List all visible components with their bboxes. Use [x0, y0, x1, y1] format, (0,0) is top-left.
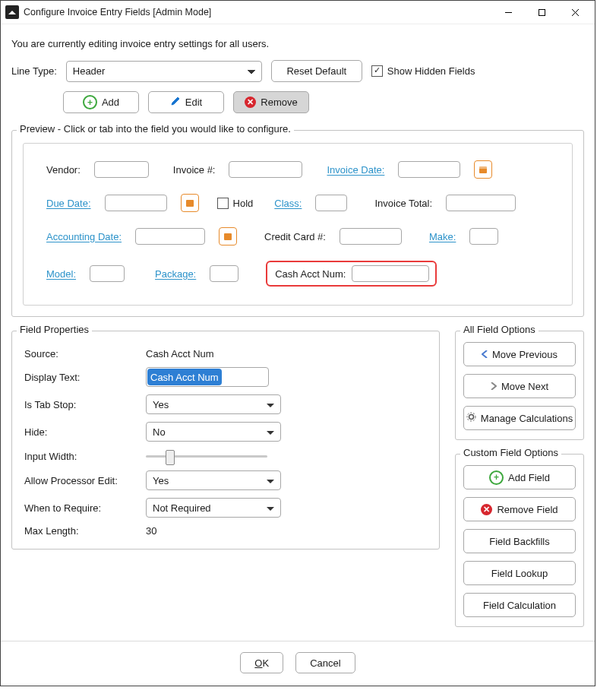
configure-invoice-fields-window: Configure Invoice Entry Fields [Admin Mo… — [0, 0, 595, 686]
invoice-date-input[interactable] — [398, 161, 460, 178]
edit-button[interactable]: Edit — [148, 91, 224, 113]
package-label[interactable]: Package: — [155, 268, 196, 280]
preview-fieldset: Preview - Click or tab into the field yo… — [11, 130, 584, 317]
side-column: All Field Options Move Previous Move Nex… — [455, 331, 584, 627]
preview-inner: Vendor: Invoice #: Invoice Date: Due Dat… — [23, 143, 573, 306]
notice-text: You are currently editing invoice entry … — [11, 38, 584, 49]
cash-acct-num-input[interactable] — [352, 265, 429, 282]
invoice-num-label: Invoice #: — [173, 164, 216, 176]
slider-thumb[interactable] — [166, 450, 175, 465]
slider-track — [146, 455, 267, 458]
accounting-date-input[interactable] — [135, 228, 205, 245]
is-tab-stop-dropdown[interactable]: Yes — [146, 394, 281, 414]
invoice-total-input[interactable] — [446, 195, 516, 211]
credit-card-label: Credit Card #: — [264, 231, 326, 242]
all-field-options-fieldset: All Field Options Move Previous Move Nex… — [455, 331, 584, 440]
x-icon: ✕ — [245, 97, 256, 108]
vendor-input[interactable] — [94, 161, 149, 178]
accounting-date-calendar-button[interactable] — [219, 227, 237, 245]
minimize-button[interactable] — [491, 1, 525, 24]
accounting-date-label[interactable]: Accounting Date: — [46, 231, 122, 242]
invoice-total-label: Invoice Total: — [374, 198, 432, 209]
line-type-dropdown[interactable]: Header — [66, 61, 262, 82]
field-properties-fieldset: Field Properties Source: Cash Acct Num D… — [11, 331, 440, 550]
display-text-input[interactable]: Cash Acct Num — [146, 367, 269, 387]
ok-button[interactable]: OK — [240, 652, 283, 673]
when-to-require-dropdown[interactable]: Not Required — [146, 498, 281, 518]
svg-rect-5 — [479, 166, 487, 169]
class-label[interactable]: Class: — [274, 198, 302, 209]
field-properties-legend: Field Properties — [17, 324, 92, 335]
reset-default-button[interactable]: Reset Default — [271, 60, 362, 82]
cash-acct-num-field-selected[interactable]: Cash Acct Num: — [266, 261, 437, 287]
display-text-label: Display Text: — [24, 372, 146, 383]
max-length-label: Max Length: — [24, 525, 146, 537]
invoice-date-label[interactable]: Invoice Date: — [327, 164, 384, 176]
input-width-label: Input Width: — [24, 451, 146, 462]
plus-icon: + — [489, 470, 504, 485]
field-lookup-button[interactable]: Field Lookup — [463, 561, 576, 585]
remove-field-button[interactable]: ✕ Remove Field — [463, 497, 576, 521]
move-previous-button[interactable]: Move Previous — [463, 342, 576, 366]
checkbox-icon — [217, 198, 229, 209]
svg-rect-1 — [539, 9, 545, 15]
add-button[interactable]: + Add — [63, 91, 139, 113]
hide-label: Hide: — [24, 426, 146, 438]
toolbar-row: + Add Edit ✕ Remove — [63, 91, 584, 113]
line-type-row: Line Type: Header Reset Default Show Hid… — [11, 60, 584, 82]
credit-card-input[interactable] — [340, 228, 402, 245]
preview-legend: Preview - Click or tab into the field yo… — [17, 123, 294, 135]
remove-button[interactable]: ✕ Remove — [233, 91, 309, 113]
field-backfills-button[interactable]: Field Backfills — [463, 529, 576, 553]
checkbox-icon — [371, 65, 383, 77]
chevron-down-icon — [267, 502, 274, 514]
chevron-down-icon — [248, 65, 255, 77]
lower-section: Field Properties Source: Cash Acct Num D… — [11, 331, 584, 627]
titlebar: Configure Invoice Entry Fields [Admin Mo… — [1, 1, 595, 24]
calendar-icon — [223, 232, 232, 241]
hide-dropdown[interactable]: No — [146, 422, 281, 442]
x-icon: ✕ — [481, 504, 492, 515]
is-tab-stop-label: Is Tab Stop: — [24, 399, 146, 410]
field-calculation-button[interactable]: Field Calculation — [463, 593, 576, 617]
manage-calculations-button[interactable]: Manage Calculations — [463, 406, 576, 430]
allow-processor-edit-dropdown[interactable]: Yes — [146, 470, 281, 490]
custom-field-options-legend: Custom Field Options — [460, 447, 561, 458]
maximize-button[interactable] — [525, 1, 558, 24]
due-date-label[interactable]: Due Date: — [46, 198, 91, 209]
max-length-value: 30 — [146, 525, 290, 537]
make-input[interactable] — [469, 228, 498, 245]
show-hidden-fields-checkbox[interactable]: Show Hidden Fields — [371, 65, 475, 77]
app-icon — [5, 5, 19, 19]
model-input[interactable] — [90, 265, 125, 282]
svg-point-9 — [467, 413, 475, 421]
window-title: Configure Invoice Entry Fields [Admin Mo… — [24, 7, 491, 17]
add-field-button[interactable]: + Add Field — [463, 465, 576, 489]
calendar-icon — [185, 198, 194, 207]
footer: OK Cancel — [1, 641, 595, 686]
plus-icon: + — [83, 95, 97, 109]
all-field-options-legend: All Field Options — [460, 324, 539, 335]
move-next-button[interactable]: Move Next — [463, 374, 576, 398]
package-input[interactable] — [210, 265, 238, 282]
when-to-require-label: When to Require: — [24, 502, 146, 514]
chevron-right-icon — [491, 381, 497, 392]
chevron-left-icon — [482, 349, 488, 360]
line-type-label: Line Type: — [11, 65, 57, 77]
chevron-down-icon — [267, 426, 274, 438]
model-label[interactable]: Model: — [46, 268, 76, 280]
hold-checkbox[interactable]: Hold — [217, 198, 254, 209]
gear-icon — [466, 412, 476, 424]
class-input[interactable] — [315, 195, 347, 211]
close-button[interactable] — [558, 1, 592, 24]
invoice-num-input[interactable] — [229, 161, 302, 178]
due-date-calendar-button[interactable] — [181, 194, 199, 212]
custom-field-options-fieldset: Custom Field Options + Add Field ✕ Remov… — [455, 454, 584, 627]
invoice-date-calendar-button[interactable] — [474, 160, 492, 179]
make-label[interactable]: Make: — [429, 231, 456, 242]
source-value: Cash Acct Num — [146, 348, 290, 360]
input-width-slider[interactable] — [146, 449, 267, 463]
cancel-button[interactable]: Cancel — [295, 652, 355, 673]
chevron-down-icon — [267, 475, 274, 486]
due-date-input[interactable] — [105, 195, 167, 211]
